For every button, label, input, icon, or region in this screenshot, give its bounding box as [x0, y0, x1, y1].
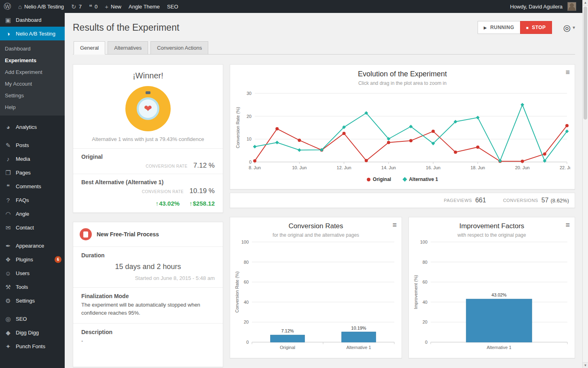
svg-text:14. Jun: 14. Jun: [381, 165, 396, 170]
scroll-down-icon[interactable]: ▼: [583, 362, 588, 368]
svg-text:20: 20: [423, 320, 427, 324]
improvement-factors-card: ≡ Improvement Factors with respect to th…: [408, 217, 575, 358]
legend-marker-icon: [367, 178, 370, 181]
chart-menu-icon[interactable]: ≡: [565, 69, 570, 76]
tab-general[interactable]: General: [74, 41, 105, 55]
seo-icon: ◎: [4, 316, 12, 322]
svg-text:43.02%: 43.02%: [491, 292, 507, 297]
sidebar-item-users[interactable]: ☺Users: [0, 266, 65, 280]
improvement-value: 43.02%: [159, 200, 180, 207]
sidebar-item-faqs[interactable]: ?FAQs: [0, 193, 65, 207]
stopwatch-crown: [146, 91, 150, 94]
comments-icon: ❝: [4, 183, 12, 189]
updates-menu[interactable]: ↻ 7: [68, 0, 85, 13]
winner-title: ¡Winner!: [73, 65, 223, 80]
seo-menu[interactable]: SEO: [163, 0, 182, 13]
svg-text:22. Jun: 22. Jun: [560, 165, 570, 170]
sidebar-item-analytics[interactable]: ◕Analytics: [0, 120, 65, 134]
sidebar-item-comments[interactable]: ❝Comments: [0, 179, 65, 193]
up-arrow-icon: ↑: [156, 200, 159, 207]
sidebar-item-seo[interactable]: ◎SEO: [0, 312, 65, 326]
appearance-icon: ✒: [4, 243, 12, 249]
sidebar-item-label: Contact: [16, 225, 61, 231]
sidebar-item-contact[interactable]: ✉Contact: [0, 221, 65, 234]
legend-original[interactable]: Original: [367, 177, 391, 182]
conversions-value: 57: [541, 197, 549, 204]
updates-count: 7: [79, 4, 82, 10]
conversion-rate-label: CONVERSION RATE: [142, 189, 184, 194]
scroll-up-icon[interactable]: ▲: [583, 0, 588, 6]
legend-alternative-1[interactable]: Alternative 1: [403, 177, 438, 182]
sidebar-subitem-settings[interactable]: Settings: [0, 90, 65, 101]
svg-text:16. Jun: 16. Jun: [426, 165, 440, 170]
angle-theme-menu[interactable]: Angle Theme: [125, 0, 163, 13]
sidebar-item-pages[interactable]: ❐Pages: [0, 166, 65, 179]
sidebar-subitem-add-experiment[interactable]: Add Experiment: [0, 66, 65, 78]
new-label: New: [111, 4, 121, 10]
sidebar-item-tools[interactable]: ⚒Tools: [0, 280, 65, 294]
sidebar-item-posts[interactable]: ✎Posts: [0, 138, 65, 152]
media-icon: ♪: [4, 156, 12, 162]
new-content-menu[interactable]: + New: [101, 0, 125, 13]
sidebar-item-plugins[interactable]: ❖Plugins6: [0, 252, 65, 266]
sidebar-item-media[interactable]: ♪Media: [0, 152, 65, 166]
sidebar-item-label: Analytics: [16, 124, 61, 130]
sidebar-item-digg-digg[interactable]: ◆Digg Digg: [0, 326, 65, 339]
winner-badge: ❤: [73, 86, 223, 131]
evolution-chart-title: Evolution of the Experiment: [230, 70, 575, 78]
chart-menu-icon[interactable]: ≡: [392, 221, 397, 229]
stop-button[interactable]: ■ STOP: [520, 21, 552, 34]
stats-bar: PAGEVIEWS 661 CONVERSIONS 57 (8.62%): [230, 193, 575, 208]
posts-icon: ✎: [4, 142, 12, 148]
sidebar-item-label: Plugins: [16, 257, 51, 263]
sidebar-item-angle[interactable]: ◠Angle: [0, 207, 65, 221]
chevron-down-icon[interactable]: ▾: [573, 25, 575, 30]
running-button[interactable]: ▶ RUNNING: [478, 21, 520, 34]
running-label: RUNNING: [490, 25, 514, 30]
account-menu[interactable]: Howdy, David Aguilera: [506, 0, 580, 13]
site-name: Nelio A/B Testing: [24, 4, 64, 10]
scroll-thumb[interactable]: [584, 6, 587, 120]
sidebar-subitem-help[interactable]: Help: [0, 101, 65, 113]
pageviews-value: 661: [475, 197, 486, 204]
chart-legend: OriginalAlternative 1: [230, 177, 575, 182]
evolution-chart[interactable]: 01020308. Jun10. Jun12. Jun14. Jun16. Ju…: [230, 88, 575, 176]
duration-section: Duration 15 days and 2 hours Started on …: [73, 246, 223, 287]
tab-conversion-actions[interactable]: Conversion Actions: [150, 41, 208, 55]
sidebar-item-appearance[interactable]: ✒Appearance: [0, 239, 65, 252]
chart-menu-icon[interactable]: ≡: [565, 221, 570, 229]
evolution-chart-subtitle: Click and drag in the plot area to zoom …: [230, 80, 575, 86]
start-date: Started on June 8, 2015 - 5:48 am: [81, 275, 215, 281]
analytics-icon: ◕: [4, 124, 12, 130]
pageviews-label: PAGEVIEWS: [444, 198, 472, 203]
sidebar-subitem-dashboard[interactable]: Dashboard: [0, 43, 65, 55]
experiment-name: New Free-Trial Process: [97, 231, 159, 238]
tab-alternatives[interactable]: Alternatives: [108, 41, 148, 55]
sidebar-subitem-experiments[interactable]: Experiments: [0, 55, 65, 66]
page-title: Results of the Experiment: [73, 22, 179, 33]
site-name-menu[interactable]: ⌂ Nelio A/B Testing: [15, 0, 68, 13]
comments-menu[interactable]: ❝ 0: [85, 0, 101, 13]
content-grid: ¡Winner! ❤ Alternative 1 wins with just …: [73, 64, 575, 367]
sidebar-item-nelio-a-b-testing[interactable]: ◑Nelio A/B Testing: [0, 27, 65, 40]
faqs-icon: ?: [4, 197, 12, 203]
wordpress-menu[interactable]: Ⓦ: [0, 0, 15, 13]
sidebar-item-punch-fonts[interactable]: ✦Punch Fonts: [0, 339, 65, 353]
sidebar-item-label: Media: [16, 156, 61, 162]
improvement-factors-subtitle: with respect to the original page: [409, 232, 575, 238]
revenue-gain: ↑$258.12: [189, 200, 215, 207]
svg-text:Improvement (%): Improvement (%): [413, 275, 418, 309]
sidebar-item-settings[interactable]: ⚙Settings: [0, 294, 65, 307]
svg-text:18. Jun: 18. Jun: [470, 165, 485, 170]
experiment-options-icon[interactable]: ◎: [563, 23, 571, 32]
svg-text:40: 40: [244, 300, 249, 305]
experiment-header: New Free-Trial Process: [73, 222, 223, 246]
svg-text:0: 0: [425, 340, 427, 345]
tab-bar: GeneralAlternativesConversion Actions: [73, 41, 575, 55]
best-alternative-label: Best Alternative (Alternative 1): [81, 179, 215, 185]
angle-theme-icon: ◠: [4, 211, 12, 217]
users-icon: ☺: [4, 270, 12, 276]
sidebar-subitem-my-account[interactable]: My Account: [0, 78, 65, 90]
scrollbar[interactable]: ▲ ▼: [582, 0, 588, 368]
sidebar-item-dashboard[interactable]: ▣Dashboard: [0, 13, 65, 27]
